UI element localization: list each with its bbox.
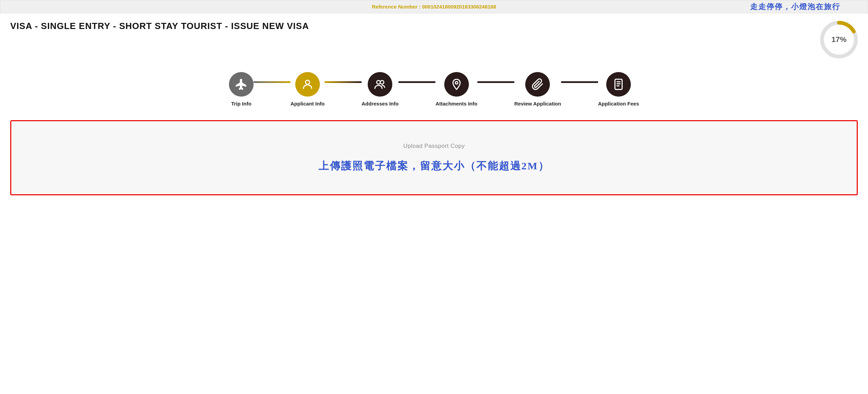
progress-label: 17%	[831, 35, 846, 44]
reference-number: Reference Number : 000102418009201833062…	[372, 4, 496, 10]
connector-1	[254, 81, 290, 83]
step-label-addresses-info: Addresses Info	[362, 101, 398, 107]
page-header: VISA - SINGLE ENTRY - SHORT STAY TOURIST…	[0, 13, 868, 62]
step-label-trip-info: Trip Info	[231, 101, 251, 107]
upload-annotation: 上傳護照電子檔案，留意大小（不能超過2M）	[318, 159, 550, 173]
plane-icon	[235, 78, 247, 90]
svg-point-1	[377, 81, 380, 84]
upload-section[interactable]: Upload Passport Copy 上傳護照電子檔案，留意大小（不能超過2…	[10, 120, 858, 195]
step-circle-application-fees	[606, 72, 631, 97]
step-review-application[interactable]: Review Application	[514, 72, 561, 107]
connector-2	[325, 81, 362, 83]
connector-5	[561, 81, 598, 83]
step-label-review-application: Review Application	[514, 101, 561, 107]
step-trip-info[interactable]: Trip Info	[229, 72, 254, 107]
page-title: VISA - SINGLE ENTRY - SHORT STAY TOURIST…	[10, 21, 309, 31]
progress-circle: 17%	[820, 21, 858, 58]
location-icon	[450, 78, 463, 90]
person-icon	[301, 78, 314, 90]
stepper: Trip Info Applicant Info	[229, 72, 639, 107]
step-label-applicant-info: Applicant Info	[290, 101, 325, 107]
reference-bar: Reference Number : 000102418009201833062…	[0, 0, 868, 13]
step-addresses-info[interactable]: Addresses Info	[362, 72, 398, 107]
connector-4	[477, 81, 514, 83]
step-application-fees[interactable]: Application Fees	[598, 72, 639, 107]
svg-point-2	[380, 81, 384, 84]
step-label-attachments-info: Attachments Info	[435, 101, 477, 107]
svg-point-3	[455, 82, 458, 84]
connector-3	[398, 81, 435, 83]
svg-point-0	[306, 80, 310, 84]
paperclip-icon	[531, 78, 544, 90]
stepper-section: Trip Info Applicant Info	[0, 62, 868, 113]
step-circle-applicant-info	[295, 72, 320, 97]
step-circle-trip-info	[229, 72, 254, 97]
step-circle-addresses-info	[368, 72, 392, 97]
upload-main-text: Upload Passport Copy	[403, 143, 465, 150]
step-circle-attachments-info	[444, 72, 469, 97]
step-attachments-info[interactable]: Attachments Info	[435, 72, 477, 107]
step-circle-review-application	[525, 72, 550, 97]
watermark-text: 走走停停，小燈泡在旅行	[750, 2, 840, 12]
step-label-application-fees: Application Fees	[598, 101, 639, 107]
step-applicant-info[interactable]: Applicant Info	[290, 72, 325, 107]
document-icon	[612, 78, 625, 90]
group-icon	[374, 78, 386, 90]
